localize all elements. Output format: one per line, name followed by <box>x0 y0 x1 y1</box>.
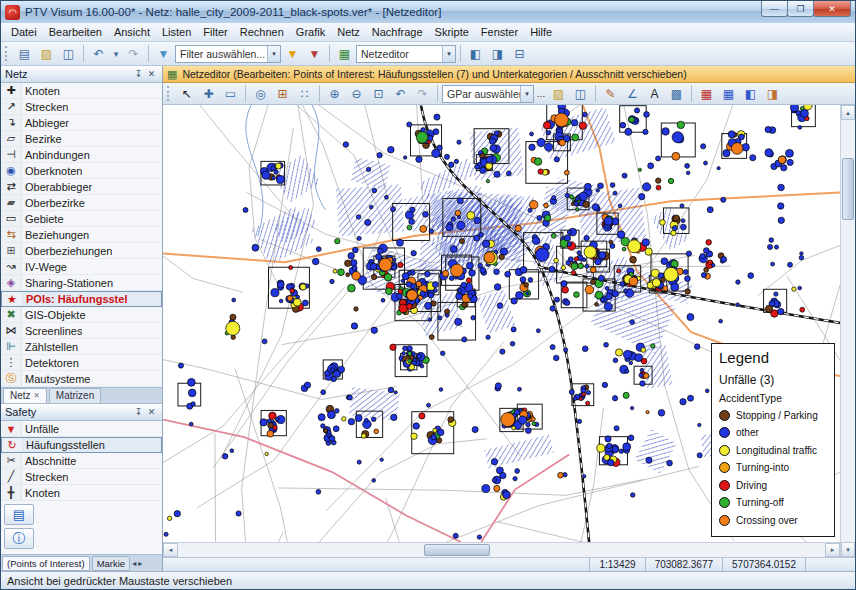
split-v-icon[interactable]: ◨ <box>762 84 783 103</box>
menu-item-skripte[interactable]: Skripte <box>429 24 475 40</box>
sidebar-item-abschnitte[interactable]: ✂Abschnitte <box>1 453 162 469</box>
undo-icon[interactable]: ↶ <box>88 44 109 63</box>
filter-combo[interactable]: Filter auswählen...▾ <box>175 45 281 63</box>
chevron-down-icon[interactable]: ▾ <box>267 46 280 62</box>
sidebar-item-oberabbieger[interactable]: ⇄Oberabbieger <box>1 179 162 195</box>
sidebar-item-oberbezirke[interactable]: ▰Oberbezirke <box>1 195 162 211</box>
zoom-out-icon[interactable]: ⊖ <box>346 84 367 103</box>
layout-rows-icon[interactable]: ◨ <box>487 44 508 63</box>
filter-clear-icon[interactable]: ▼ <box>304 44 325 63</box>
vertical-scroll-track[interactable] <box>841 120 855 542</box>
hatch-icon[interactable]: ▩ <box>666 84 687 103</box>
pin-icon[interactable]: ↧ <box>132 407 145 417</box>
measure-icon[interactable]: ∠ <box>622 84 643 103</box>
scroll-left-icon[interactable]: ◂ <box>163 543 178 557</box>
sidebar-item-strecken[interactable]: ╱Strecken <box>1 469 162 485</box>
editor-combo[interactable]: Netzeditor▾ <box>356 45 456 63</box>
menu-item-rechnen[interactable]: Rechnen <box>234 24 290 40</box>
sidebar-item-strecken[interactable]: ↗Strecken <box>1 99 162 115</box>
sidebar-item-gebiete[interactable]: ▭Gebiete <box>1 211 162 227</box>
select-tool-icon[interactable]: ↖ <box>176 84 197 103</box>
grid-blue-icon[interactable]: ▦ <box>718 84 739 103</box>
new-file-icon[interactable]: ▤ <box>14 44 35 63</box>
sidebar-item-detektoren[interactable]: ⋮Detektoren <box>1 355 162 371</box>
menu-item-bearbeiten[interactable]: Bearbeiten <box>43 24 108 40</box>
sidebar-item-mautsysteme[interactable]: ⓈMautsysteme <box>1 371 162 387</box>
tab-close-icon[interactable]: ✕ <box>34 391 40 400</box>
tab-matrizen[interactable]: Matrizen <box>49 388 101 403</box>
toolbar-grip[interactable] <box>167 86 171 101</box>
save-gpar-icon[interactable]: ◫ <box>570 84 591 103</box>
sidebar-item-gis-objekte[interactable]: ✖GIS-Objekte <box>1 307 162 323</box>
sidebar-item-oberknoten[interactable]: ◉Oberknoten <box>1 163 162 179</box>
edit-graphic-icon[interactable]: ✎ <box>600 84 621 103</box>
scroll-right-icon[interactable]: ▸ <box>825 543 840 557</box>
close-icon[interactable]: ✕ <box>145 69 158 79</box>
sidebar-item-unfaelle[interactable]: ▼Unfälle <box>1 421 162 437</box>
marquee-tool-icon[interactable]: ▭ <box>220 84 241 103</box>
sidebar-item-anbindungen[interactable]: ⊣Anbindungen <box>1 147 162 163</box>
tab-scroll-left-icon[interactable]: ◂ <box>132 559 136 568</box>
tab-markierung[interactable]: Markie <box>92 556 131 571</box>
open-file-icon[interactable]: ▨ <box>36 44 57 63</box>
vertical-scroll-thumb[interactable] <box>842 158 854 220</box>
maximize-button[interactable]: ❐ <box>787 1 814 17</box>
network-objects-icon[interactable]: ⊞ <box>272 84 293 103</box>
gpar-more-icon[interactable]: … <box>535 84 547 103</box>
sidebar-item-screenlines[interactable]: ⋈Screenlines <box>1 323 162 339</box>
sidebar-item-sharing-stationen[interactable]: ◈Sharing-Stationen <box>1 275 162 291</box>
layout-columns-icon[interactable]: ◧ <box>465 44 486 63</box>
minimize-button[interactable]: — <box>761 1 788 17</box>
sidebar-item-oberbeziehungen[interactable]: ⊞Oberbeziehungen <box>1 243 162 259</box>
horizontal-scroll-track[interactable] <box>178 543 825 557</box>
sidebar-item-knoten[interactable]: ╋Knoten <box>1 485 162 501</box>
layout-grid-icon[interactable]: ⊟ <box>509 44 530 63</box>
sidebar-item-bezirke[interactable]: ▱Bezirke <box>1 131 162 147</box>
menu-item-fenster[interactable]: Fenster <box>475 24 524 40</box>
title-bar[interactable]: ◠ PTV Visum 16.00-00* - Netz: halle_city… <box>1 1 855 23</box>
horizontal-scroll-thumb[interactable] <box>424 544 490 556</box>
filter-icon[interactable]: ▼ <box>153 44 174 63</box>
split-h-icon[interactable]: ◧ <box>740 84 761 103</box>
gpar-combo[interactable]: GPar auswählen...▾ <box>442 85 534 103</box>
menu-item-hilfe[interactable]: Hilfe <box>524 24 558 40</box>
menu-item-grafik[interactable]: Grafik <box>290 24 331 40</box>
filter-apply-icon[interactable]: ▼ <box>282 44 303 63</box>
sidebar-item-knoten[interactable]: ✚Knoten <box>1 83 162 99</box>
pin-icon[interactable]: ↧ <box>132 69 145 79</box>
close-button[interactable]: ✕ <box>813 1 851 17</box>
chevron-down-icon[interactable]: ▾ <box>520 86 533 102</box>
vertical-scrollbar[interactable]: ▴ ▾ <box>840 105 855 557</box>
next-view-icon[interactable]: ↷ <box>412 84 433 103</box>
menu-item-listen[interactable]: Listen <box>156 24 197 40</box>
open-gpar-icon[interactable]: ▨ <box>548 84 569 103</box>
menu-item-filter[interactable]: Filter <box>197 24 233 40</box>
undo-history-icon[interactable]: ▾ <box>110 44 122 63</box>
find-icon[interactable]: ◎ <box>250 84 271 103</box>
tab-netz[interactable]: Netz ✕ <box>3 388 47 403</box>
horizontal-scrollbar[interactable]: ◂ ▸ <box>163 542 840 557</box>
sidebar-item-zaehlstellen[interactable]: ⊩Zählstellen <box>1 339 162 355</box>
pan-tool-icon[interactable]: ✚ <box>198 84 219 103</box>
label-icon[interactable]: A <box>644 84 665 103</box>
sidebar-item-iv-wege[interactable]: ↝IV-Wege <box>1 259 162 275</box>
toolbar-grip[interactable] <box>5 46 9 61</box>
scroll-up-icon[interactable]: ▴ <box>841 105 855 120</box>
redo-icon[interactable]: ↷ <box>123 44 144 63</box>
menu-item-nachfrage[interactable]: Nachfrage <box>366 24 429 40</box>
sidebar-item-haeufungsstellen[interactable]: ↻Häufungsstellen <box>1 437 162 453</box>
sidebar-item-beziehungen[interactable]: ⇆Beziehungen <box>1 227 162 243</box>
close-icon[interactable]: ✕ <box>145 407 158 417</box>
scroll-down-icon[interactable]: ▾ <box>841 542 855 557</box>
editor-mode-icon[interactable]: ▦ <box>334 44 355 63</box>
menu-item-datei[interactable]: Datei <box>5 24 43 40</box>
tab-points-of-interest[interactable]: (Points of Interest) <box>2 556 90 571</box>
chevron-down-icon[interactable]: ▾ <box>442 46 455 62</box>
poi-list-button[interactable]: ▤ <box>4 504 34 525</box>
prev-view-icon[interactable]: ↶ <box>390 84 411 103</box>
poi-info-button[interactable]: ⓘ <box>4 528 34 549</box>
save-file-icon[interactable]: ◫ <box>58 44 79 63</box>
grid-red-icon[interactable]: ▦ <box>696 84 717 103</box>
zoom-in-icon[interactable]: ⊕ <box>324 84 345 103</box>
sidebar-item-abbieger[interactable]: ↴Abbieger <box>1 115 162 131</box>
